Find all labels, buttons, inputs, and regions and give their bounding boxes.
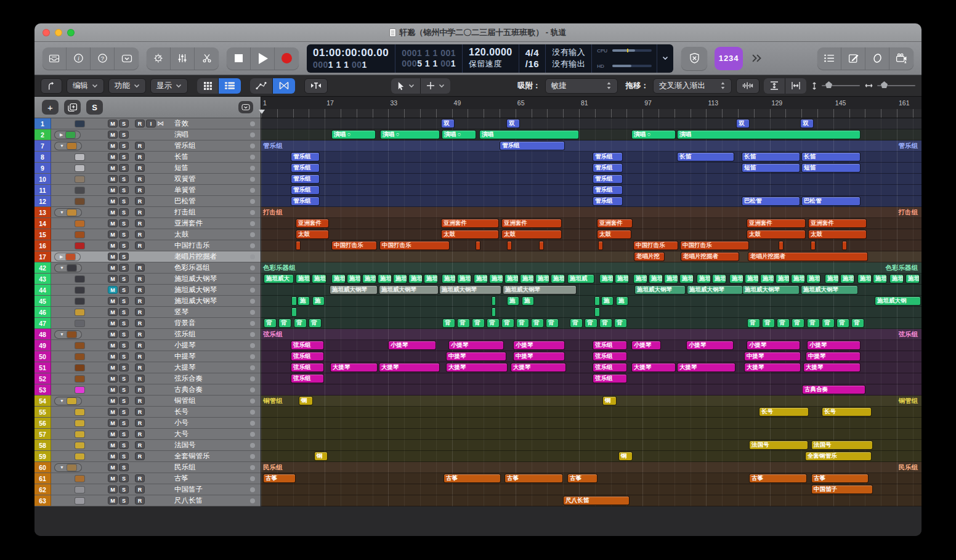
region-演唱[interactable]: 演唱 [677,130,861,139]
track-lane-16[interactable]: 中国打击乐中国打击乐中国打击乐中国打击乐 [261,240,922,251]
track-name[interactable]: 弦乐组 [169,330,250,339]
region-长号[interactable]: 长号 [759,407,809,416]
region-背[interactable]: 背 [546,319,559,328]
track-state-dot[interactable] [250,454,255,459]
track-lane-12[interactable]: 管乐组管乐组巴松管巴松管 [261,196,922,207]
record-enable-button[interactable]: R [135,419,145,427]
track-lane-54[interactable]: 铜管组铜管组铜铜 [261,396,922,407]
horizontal-auto-zoom-button[interactable] [785,78,806,94]
track-state-dot[interactable] [250,199,255,204]
track-name[interactable]: 法国号 [169,440,250,450]
region-施坦[interactable]: 施坦 [312,274,326,283]
region-管乐组[interactable]: 管乐组 [500,141,565,150]
solo-button[interactable]: S [119,441,129,449]
track-name[interactable]: 中国笛子 [169,485,250,494]
disclosure-pill[interactable]: ▼ [54,264,82,272]
region-中国笛子[interactable]: 中国笛子 [811,485,873,494]
track-header-47[interactable]: 47MSR背景音 [34,318,261,329]
mute-button[interactable]: M [108,397,118,405]
track-state-dot[interactable] [250,243,255,248]
region-古筝[interactable]: 古筝 [504,474,563,483]
track-header-2[interactable]: 2▶MS演唱 [34,129,261,140]
mute-button[interactable]: M [108,474,118,482]
region-太鼓[interactable]: 太鼓 [501,230,562,239]
mute-button[interactable]: M [108,430,118,438]
region-古筝[interactable]: 古筝 [749,474,807,483]
record-enable-button[interactable]: R [135,230,145,238]
play-icon[interactable] [251,47,275,70]
region-施坦[interactable]: 施坦 [791,274,805,283]
region-亚洲套件[interactable]: 亚洲套件 [597,219,633,228]
track-lane-50[interactable]: 弦乐组中提琴中提琴弦乐组中提琴中提琴 [261,351,922,362]
back-arrow-button[interactable] [41,78,62,94]
track-lane-42[interactable]: 色彩乐器组色彩乐器组 [261,262,922,274]
track-state-dot[interactable] [250,388,255,392]
region-施坦威大钢琴[interactable]: 施坦威大钢琴 [634,285,686,294]
region-长笛[interactable]: 长笛 [801,152,861,161]
track-header-14[interactable]: 14MSR亚洲套件 [34,218,261,229]
record-enable-button[interactable]: R [135,186,145,194]
mute-button[interactable]: M [108,142,118,150]
region-中提琴[interactable]: 中提琴 [806,352,861,361]
region-施[interactable]: 施 [522,296,534,306]
solo-button[interactable]: S [119,186,129,194]
region-管乐组[interactable]: 管乐组 [593,163,623,172]
region-施坦威大钢琴[interactable]: 施坦威大钢琴 [379,285,439,294]
lcd-segment-4[interactable]: 没有输入没有输出 [546,44,592,73]
track-header-12[interactable]: 12MSR巴松管 [34,196,261,207]
track-name[interactable]: 小提琴 [169,341,250,350]
region-施坦[interactable]: 施坦 [347,274,361,283]
track-state-dot[interactable] [250,354,255,359]
solo-button[interactable]: S [119,452,129,460]
track-lane-59[interactable]: 铜铜全套铜管乐 [261,451,922,462]
track-header-1[interactable]: 1MSRI⋈音效 [34,118,261,129]
mute-button[interactable]: M [108,308,118,316]
record-enable-button[interactable]: R [135,319,145,327]
smart-controls-icon[interactable] [147,47,171,70]
mute-button[interactable]: M [108,219,118,227]
record-enable-button[interactable]: R [135,308,145,316]
region-中国打击乐[interactable]: 中国打击乐 [331,241,377,250]
record-enable-button[interactable]: R [135,485,145,493]
region-背[interactable]: 背 [264,319,277,328]
track-state-dot[interactable] [250,177,255,182]
track-header-42[interactable]: 42▼MSR色彩乐器组 [34,262,261,274]
track-header-13[interactable]: 13▼MSR打击组 [34,207,261,218]
track-lane-61[interactable]: 古筝古筝古筝古筝古筝古筝 [261,473,922,484]
lcd-display[interactable]: 01:00:00:00.000001 1 1 0010001 1 1 00100… [307,44,673,73]
vertical-zoom-slider[interactable] [811,81,860,91]
solo-button[interactable]: S [119,330,129,338]
region-sliver[interactable] [291,296,297,306]
track-lane-9[interactable]: 管乐组管乐组短笛短笛 [261,163,922,174]
track-lane-49[interactable]: 弦乐组小提琴小提琴小提琴弦乐组小提琴小提琴小提琴小提琴 [261,340,922,351]
region-中国打击乐[interactable]: 中国打击乐 [379,241,450,250]
track-lane-1[interactable]: 双双双双 [261,118,922,129]
region-施坦威大钢琴[interactable]: 施坦威大钢琴 [503,285,577,294]
region-双[interactable]: 双 [506,119,520,128]
track-header-63[interactable]: 63MSR尺八长笛 [34,495,261,506]
track-lane-47[interactable]: 背背背背背背背背背背背背背背背背背背背背背背背背 [261,318,922,329]
mute-button[interactable]: M [108,264,118,272]
region-施坦[interactable]: 施坦 [633,274,647,283]
region-古典合奏[interactable]: 古典合奏 [802,385,865,394]
solo-button[interactable]: S [119,408,129,416]
solo-button[interactable]: S [119,386,129,394]
region-背[interactable]: 背 [531,319,544,328]
count-in-button[interactable]: 1234 [715,47,743,70]
pointer-tool-button[interactable] [391,78,420,94]
track-lane-51[interactable]: 弦乐组大提琴大提琴大提琴大提琴弦乐组大提琴大提琴大提琴大提琴 [261,362,922,373]
solo-button[interactable]: S [119,430,129,438]
region-sliver[interactable] [492,296,496,306]
region-背[interactable]: 背 [516,319,529,328]
region-施坦[interactable]: 施坦 [679,274,694,283]
track-header-46[interactable]: 46MSR竖琴 [34,307,261,318]
track-name[interactable]: 音效 [169,119,250,128]
region-背[interactable]: 背 [807,319,820,328]
solo-button[interactable]: S [119,308,129,316]
region-施坦威大钢琴[interactable]: 施坦威大钢琴 [801,285,858,294]
region-施坦[interactable]: 施坦 [457,274,471,283]
track-state-dot[interactable] [250,155,255,160]
region-背[interactable]: 背 [762,319,775,328]
track-header-9[interactable]: 9MSR短笛 [34,163,261,174]
track-state-dot[interactable] [250,221,255,226]
